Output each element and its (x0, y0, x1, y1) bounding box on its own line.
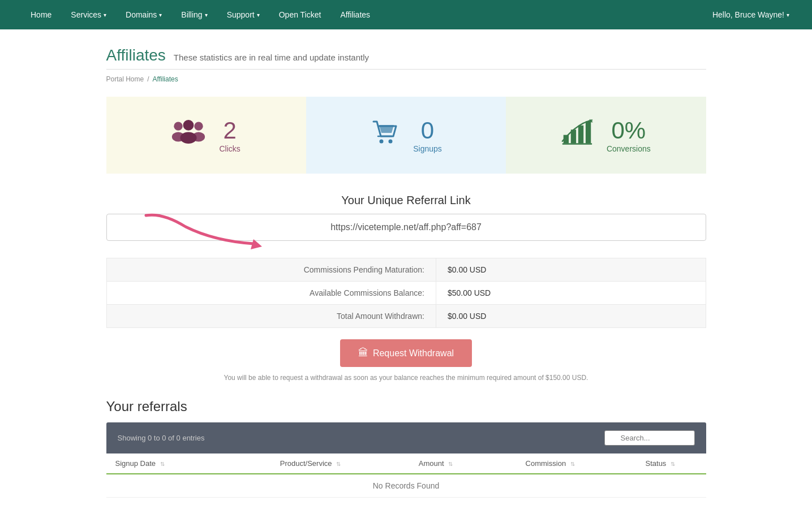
nav-billing[interactable]: Billing ▾ (173, 0, 215, 29)
nav-services[interactable]: Services ▾ (63, 0, 114, 29)
commission-pending-label: Commissions Pending Maturation: (106, 258, 436, 282)
support-chevron-icon: ▾ (257, 12, 260, 18)
svg-point-7 (389, 140, 393, 144)
clicks-label: Clicks (219, 144, 240, 153)
bar-chart-icon (561, 117, 593, 153)
referrals-table: Signup Date ⇅ Product/Service ⇅ Amount ⇅… (106, 453, 706, 498)
shopping-cart-icon (370, 117, 399, 153)
col-product-service: Product/Service ⇅ (235, 453, 385, 474)
user-greeting: Hello, Bruce Wayne! (712, 10, 784, 19)
people-icon (171, 117, 205, 153)
nav-open-ticket[interactable]: Open Ticket (271, 0, 329, 29)
svg-rect-11 (586, 121, 591, 143)
commission-withdrawn-label: Total Amount Withdrawn: (106, 305, 436, 328)
signups-number: 0 (421, 117, 434, 144)
commission-row-pending: Commissions Pending Maturation: $0.00 US… (106, 258, 706, 282)
conversions-number: 0% (611, 117, 646, 144)
breadcrumb-current: Affiliates (153, 75, 178, 83)
referrals-section-title: Your referrals (106, 399, 706, 414)
page-title: Affiliates (106, 46, 166, 64)
table-search-input[interactable] (604, 430, 695, 446)
billing-chevron-icon: ▾ (205, 12, 208, 18)
commission-table: Commissions Pending Maturation: $0.00 US… (106, 258, 706, 328)
breadcrumb-separator: / (147, 75, 149, 83)
svg-point-0 (174, 122, 183, 130)
sort-icon-amount[interactable]: ⇅ (448, 461, 453, 467)
commission-row-available: Available Commissions Balance: $50.00 US… (106, 282, 706, 305)
col-status: Status ⇅ (615, 453, 706, 474)
sort-icon-status[interactable]: ⇅ (671, 461, 675, 467)
withdrawal-note: You will be able to request a withdrawal… (106, 374, 706, 382)
referral-title: Your Unique Referral Link (106, 194, 706, 207)
clicks-number: 2 (223, 117, 236, 144)
user-chevron-icon: ▾ (787, 12, 789, 18)
svg-rect-10 (578, 126, 583, 144)
col-amount: Amount ⇅ (386, 453, 486, 474)
page-subtitle: These statistics are in real time and up… (174, 53, 369, 62)
commission-withdrawn-value: $0.00 USD (436, 305, 706, 328)
col-signup-date: Signup Date ⇅ (106, 453, 235, 474)
nav-domains[interactable]: Domains ▾ (118, 0, 170, 29)
svg-point-4 (183, 120, 194, 131)
commission-row-withdrawn: Total Amount Withdrawn: $0.00 USD (106, 305, 706, 328)
commission-available-label: Available Commissions Balance: (106, 282, 436, 305)
no-records-row: No Records Found (106, 474, 706, 498)
nav-left: Home Services ▾ Domains ▾ Billing ▾ Supp… (23, 0, 378, 29)
nav-support[interactable]: Support ▾ (219, 0, 268, 29)
conversions-label: Conversions (607, 144, 651, 153)
user-menu[interactable]: Hello, Bruce Wayne! ▾ (712, 10, 789, 19)
signups-card: 0 Signups (306, 97, 506, 174)
svg-point-2 (195, 122, 203, 130)
conversions-info: 0% Conversions (607, 117, 651, 153)
no-records-cell: No Records Found (106, 474, 706, 498)
request-withdrawal-button[interactable]: 🏛 Request Withdrawal (340, 339, 472, 367)
table-header-row: Signup Date ⇅ Product/Service ⇅ Amount ⇅… (106, 453, 706, 474)
clicks-info: 2 Clicks (219, 117, 240, 153)
col-commission: Commission ⇅ (486, 453, 615, 474)
sort-icon-product[interactable]: ⇅ (336, 461, 341, 467)
referral-section: Your Unique Referral Link (106, 194, 706, 241)
referral-input-wrapper (106, 214, 706, 241)
conversions-card: 0% Conversions (506, 97, 706, 174)
breadcrumb-home[interactable]: Portal Home (106, 75, 144, 83)
page-header: Affiliates These statistics are in real … (106, 46, 706, 64)
nav-home[interactable]: Home (23, 0, 59, 29)
svg-point-5 (181, 132, 197, 144)
commission-available-value: $50.00 USD (436, 282, 706, 305)
withdrawal-bank-icon: 🏛 (358, 347, 368, 359)
signups-label: Signups (413, 144, 442, 153)
referral-link-input[interactable] (106, 214, 706, 241)
breadcrumb: Portal Home / Affiliates (106, 69, 706, 83)
stat-cards: 2 Clicks 0 Signups (106, 97, 706, 174)
svg-point-6 (380, 140, 384, 144)
clicks-card: 2 Clicks (106, 97, 306, 174)
sort-icon-commission[interactable]: ⇅ (570, 461, 575, 467)
nav-affiliates[interactable]: Affiliates (332, 0, 378, 29)
main-content: Affiliates These statistics are in real … (95, 29, 718, 514)
commission-pending-value: $0.00 USD (436, 258, 706, 282)
search-wrapper: 🔍 (604, 430, 695, 446)
withdrawal-button-label: Request Withdrawal (373, 348, 454, 358)
signups-info: 0 Signups (413, 117, 442, 153)
services-chevron-icon: ▾ (104, 12, 106, 18)
domains-chevron-icon: ▾ (159, 12, 162, 18)
sort-icon-date[interactable]: ⇅ (160, 461, 165, 467)
table-showing-text: Showing 0 to 0 of 0 entries (118, 434, 205, 442)
table-header-bar: Showing 0 to 0 of 0 entries 🔍 (106, 422, 706, 453)
main-navigation: Home Services ▾ Domains ▾ Billing ▾ Supp… (0, 0, 812, 29)
withdrawal-section: 🏛 Request Withdrawal (106, 339, 706, 367)
svg-marker-13 (588, 119, 592, 123)
